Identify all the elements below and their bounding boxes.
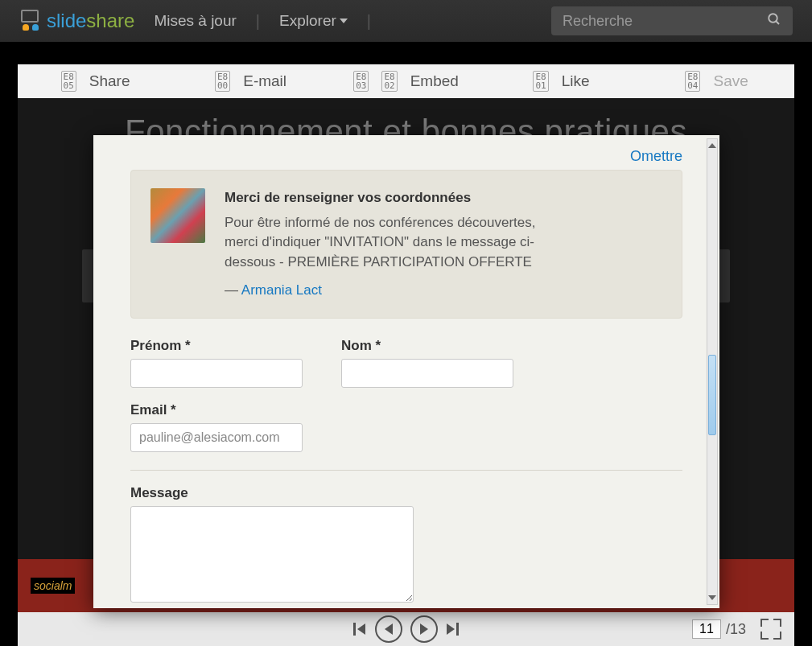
topbar: slideshare Mises à jour | Explorer | xyxy=(0,0,812,42)
last-name-input[interactable] xyxy=(341,359,513,388)
message-group: Message xyxy=(130,485,682,603)
last-slide-button[interactable] xyxy=(446,622,460,636)
current-slide-input[interactable] xyxy=(692,619,721,639)
share-label: Share xyxy=(89,72,130,90)
modal-content: Omettre Merci de renseigner vos coordonn… xyxy=(93,135,707,608)
slide-footer-badge: socialm xyxy=(31,578,75,594)
nav-explore-label: Explorer xyxy=(279,12,336,30)
search-box[interactable] xyxy=(551,6,793,35)
scroll-down-button[interactable] xyxy=(707,591,717,604)
logo-icon xyxy=(19,10,42,32)
nav-separator: | xyxy=(367,12,371,31)
like-action[interactable]: E801Like xyxy=(484,71,639,92)
avatar xyxy=(150,188,205,243)
first-name-group: Prénom * xyxy=(130,338,303,388)
fullscreen-button[interactable] xyxy=(760,619,781,640)
first-slide-button[interactable] xyxy=(352,622,367,636)
embed-icon-2: E802 xyxy=(381,71,397,92)
skip-link[interactable]: Omettre xyxy=(130,148,682,165)
save-icon: E804 xyxy=(685,71,700,92)
share-icon: E805 xyxy=(61,71,76,92)
lead-form-modal: Omettre Merci de renseigner vos coordonn… xyxy=(93,135,719,608)
first-name-input[interactable] xyxy=(130,359,303,388)
last-name-label: Nom * xyxy=(341,338,513,354)
scrollbar[interactable] xyxy=(707,138,718,605)
info-box: Merci de renseigner vos coordonnées Pour… xyxy=(130,170,682,319)
svg-line-1 xyxy=(776,21,779,24)
email-icon: E800 xyxy=(215,71,230,92)
author-link[interactable]: Armania Lact xyxy=(241,282,322,298)
logo[interactable]: slideshare xyxy=(19,10,134,32)
save-label: Save xyxy=(713,72,748,90)
divider xyxy=(130,470,682,471)
nav-updates[interactable]: Mises à jour xyxy=(154,12,236,30)
logo-text-share: share xyxy=(86,10,134,31)
email-label: E-mail xyxy=(243,72,286,90)
first-name-label: Prénom * xyxy=(130,338,303,354)
svg-point-0 xyxy=(769,14,777,23)
search-icon[interactable] xyxy=(767,12,781,30)
embed-action[interactable]: E803E802Embed xyxy=(328,71,484,92)
info-body: Pour être informé de nos conférences déc… xyxy=(225,213,563,273)
scroll-up-button[interactable] xyxy=(707,139,717,152)
nav-separator: | xyxy=(256,12,260,31)
share-action[interactable]: E805Share xyxy=(18,71,173,92)
message-label: Message xyxy=(130,485,682,501)
info-text: Merci de renseigner vos coordonnées Pour… xyxy=(225,188,563,300)
embed-icon: E803 xyxy=(353,71,369,92)
embed-label: Embed xyxy=(410,72,459,90)
author-line: — Armania Lact xyxy=(225,281,563,301)
email-input[interactable] xyxy=(130,423,303,452)
email-group: Email * xyxy=(130,402,682,452)
chevron-down-icon xyxy=(340,19,348,23)
last-name-group: Nom * xyxy=(341,338,513,388)
email-action[interactable]: E800E-mail xyxy=(173,71,328,92)
total-slides: /13 xyxy=(726,621,746,638)
name-row: Prénom * Nom * xyxy=(130,338,682,388)
player-bar: /13 xyxy=(18,612,794,646)
like-icon: E801 xyxy=(533,71,548,92)
next-slide-button[interactable] xyxy=(410,615,438,643)
scroll-thumb[interactable] xyxy=(708,355,716,435)
action-bar: E805Share E800E-mail E803E802Embed E801L… xyxy=(18,64,794,98)
prev-slide-button[interactable] xyxy=(375,615,402,643)
save-action[interactable]: E804Save xyxy=(639,71,794,92)
info-heading: Merci de renseigner vos coordonnées xyxy=(225,188,563,208)
search-input[interactable] xyxy=(563,13,767,30)
message-textarea[interactable] xyxy=(130,506,414,603)
like-label: Like xyxy=(562,72,590,90)
logo-text-slide: slide xyxy=(47,10,86,31)
pager: /13 xyxy=(692,619,746,639)
email-label: Email * xyxy=(130,402,682,418)
nav-explore[interactable]: Explorer xyxy=(279,12,348,30)
author-dash: — xyxy=(225,282,241,298)
